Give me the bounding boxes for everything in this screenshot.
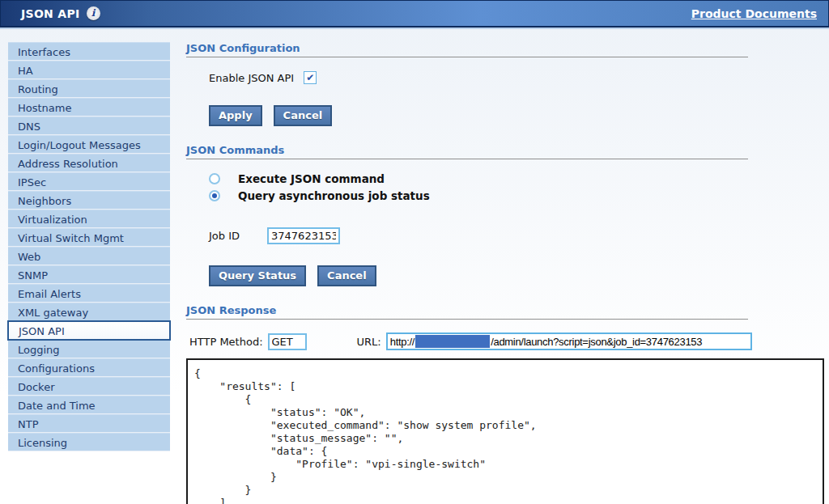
sidebar-item-xml-gateway[interactable]: XML gateway (8, 303, 170, 321)
sidebar-item-login-logout-messages[interactable]: Login/Logout Messages (8, 135, 170, 154)
execute-json-command-label: Execute JSON command (238, 172, 385, 185)
sidebar-item-ntp[interactable]: NTP (8, 414, 170, 433)
sidebar-item-virtualization[interactable]: Virtualization (8, 210, 170, 228)
sidebar-item-configurations[interactable]: Configurations (8, 358, 170, 377)
enable-json-api-row: Enable JSON API ✔ (209, 71, 829, 84)
commands-buttons: Query Status Cancel (209, 265, 829, 286)
url-redaction-box (415, 335, 490, 348)
main-content: JSON Configuration Enable JSON API ✔ App… (186, 42, 829, 504)
sidebar-item-logging[interactable]: Logging (8, 340, 170, 358)
sidebar-item-licensing[interactable]: Licensing (8, 433, 170, 451)
http-method-input[interactable] (268, 333, 307, 350)
page-body: Interfaces HA Routing Hostname DNS Login… (0, 29, 829, 504)
url-prefix: http:// (390, 336, 414, 348)
job-id-input[interactable] (267, 227, 340, 244)
sidebar-item-routing[interactable]: Routing (8, 79, 170, 98)
http-method-url-row: HTTP Method: URL: http:// /admin/launch?… (189, 332, 829, 350)
job-id-row: Job ID (209, 227, 829, 244)
sidebar-item-address-resolution[interactable]: Address Resolution (8, 154, 170, 172)
sidebar-item-ha[interactable]: HA (8, 61, 170, 79)
url-field[interactable]: http:// /admin/launch?script=json&job_id… (386, 332, 752, 350)
configuration-buttons: Apply Cancel (209, 105, 829, 126)
sidebar-item-interfaces[interactable]: Interfaces (8, 42, 170, 61)
enable-json-api-checkbox[interactable]: ✔ (304, 71, 317, 84)
query-async-job-status-radio[interactable] (209, 190, 220, 201)
apply-button[interactable]: Apply (209, 105, 262, 126)
sidebar-item-dns[interactable]: DNS (8, 116, 170, 135)
enable-json-api-label: Enable JSON API (209, 72, 294, 84)
query-status-button[interactable]: Query Status (209, 265, 306, 286)
query-async-job-status-option[interactable]: Query asynchronous job status (209, 187, 829, 204)
sidebar-item-neighbors[interactable]: Neighbors (8, 191, 170, 210)
top-bar: JSON API i Product Documents (0, 0, 829, 28)
sidebar-item-email-alerts[interactable]: Email Alerts (8, 284, 170, 303)
sidebar-item-json-api[interactable]: JSON API (8, 321, 170, 340)
url-suffix: /admin/launch?script=json&job_id=3747623… (491, 336, 702, 348)
sidebar-item-virtual-switch-mgmt[interactable]: Virtual Switch Mgmt (8, 228, 170, 247)
info-icon[interactable]: i (87, 6, 100, 20)
execute-json-command-radio[interactable] (209, 173, 220, 184)
sidebar-nav: Interfaces HA Routing Hostname DNS Login… (8, 42, 170, 451)
config-cancel-button[interactable]: Cancel (274, 105, 333, 126)
json-response-output[interactable]: { "results": [ { "status": "OK", "execut… (186, 358, 824, 504)
json-configuration-header: JSON Configuration (186, 42, 748, 57)
page-title: JSON API (21, 7, 80, 20)
product-documents-link[interactable]: Product Documents (691, 7, 817, 20)
execute-json-command-option[interactable]: Execute JSON command (209, 170, 829, 187)
url-label: URL: (357, 336, 381, 348)
sidebar-item-web[interactable]: Web (8, 247, 170, 265)
command-radio-group: Execute JSON command Query asynchronous … (209, 170, 829, 204)
job-id-label: Job ID (209, 230, 240, 242)
json-commands-header: JSON Commands (186, 144, 748, 159)
json-response-header: JSON Response (186, 304, 748, 320)
sidebar-item-hostname[interactable]: Hostname (8, 98, 170, 116)
sidebar-item-docker[interactable]: Docker (8, 377, 170, 396)
commands-cancel-button[interactable]: Cancel (317, 265, 376, 286)
query-async-job-status-label: Query asynchronous job status (238, 189, 430, 202)
sidebar-item-ipsec[interactable]: IPSec (8, 172, 170, 191)
sidebar-item-date-and-time[interactable]: Date and Time (8, 396, 170, 414)
http-method-label: HTTP Method: (189, 336, 263, 348)
sidebar-item-snmp[interactable]: SNMP (8, 265, 170, 284)
